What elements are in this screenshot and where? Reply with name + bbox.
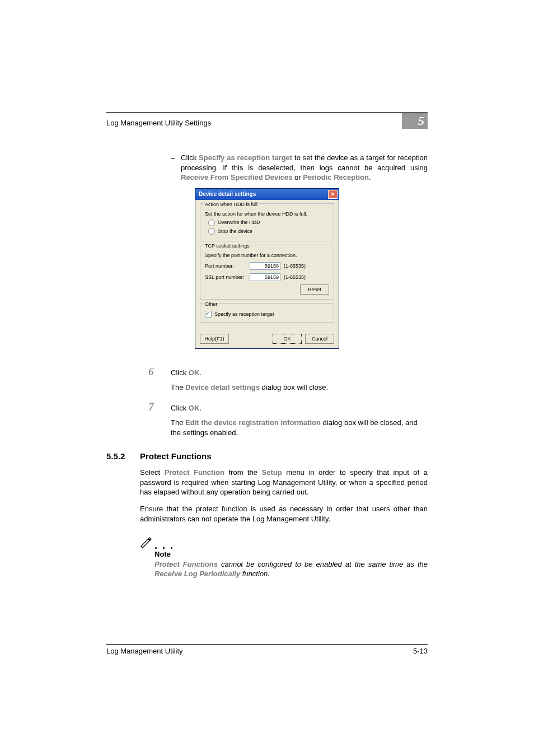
radio-overwrite-label: Overwrite the HDD [218, 220, 260, 225]
step-7-text: Click OK. [171, 403, 202, 413]
step-7-sub: The Edit the device registration informa… [171, 418, 428, 437]
specify-reception-checkbox[interactable] [205, 311, 212, 318]
dialog-title: Device detail settings [199, 190, 256, 198]
port-input[interactable] [250, 262, 280, 270]
group-other-legend: Other [204, 301, 219, 307]
group-tcp-legend: TCP socket settings [204, 242, 251, 249]
ssl-port-input[interactable] [250, 273, 280, 281]
reset-button[interactable]: Reset [300, 284, 329, 295]
specify-reception-label: Specify as reception target [214, 311, 274, 317]
close-icon[interactable]: × [328, 190, 338, 199]
step-number-6: 6 [148, 365, 171, 379]
port-range: (1-65535) [284, 263, 306, 269]
footer-left: Log Management Utility [106, 647, 183, 655]
section-number: 5.5.2 [106, 451, 140, 462]
help-button[interactable]: Help(F1) [200, 334, 229, 344]
group-hdd-legend: Action when HDD is full [204, 201, 259, 208]
note-label: Note [154, 549, 428, 559]
note-dots: . . . [154, 543, 174, 548]
radio-stop-label: Stop the device [218, 228, 252, 234]
device-detail-dialog: Device detail settings × Action when HDD… [195, 188, 339, 349]
footer-right: 5-13 [413, 647, 428, 655]
section-title: Protect Functions [140, 451, 212, 462]
ok-button[interactable]: OK [273, 334, 302, 344]
bullet-text: Click Specify as reception target to set… [181, 153, 428, 183]
group-tcp-desc: Specify the port number for a connection… [205, 252, 329, 259]
page-header-title: Log Management Utility Settings [106, 119, 211, 127]
radio-stop[interactable] [208, 228, 215, 235]
paragraph-2: Ensure that the protect function is used… [140, 504, 428, 524]
ssl-port-label: SSL port number: [205, 274, 250, 281]
port-label: Port number: [205, 263, 250, 269]
note-text: Protect Functions cannot be configured t… [154, 559, 428, 579]
radio-overwrite[interactable] [208, 220, 215, 226]
ssl-port-range: (1-65535) [284, 274, 306, 281]
step-number-7: 7 [148, 400, 171, 414]
bullet-dash: – [171, 153, 181, 183]
step-6-text: Click OK. [171, 368, 202, 378]
note-icon [140, 537, 152, 549]
cancel-button[interactable]: Cancel [305, 334, 334, 344]
paragraph-1: Select Protect Function from the Setup m… [140, 468, 428, 497]
step-6-sub: The Device detail settings dialog box wi… [171, 382, 428, 393]
chapter-number: 5 [402, 113, 428, 129]
group-hdd-desc: Set the action for when the device HDD i… [205, 211, 329, 217]
